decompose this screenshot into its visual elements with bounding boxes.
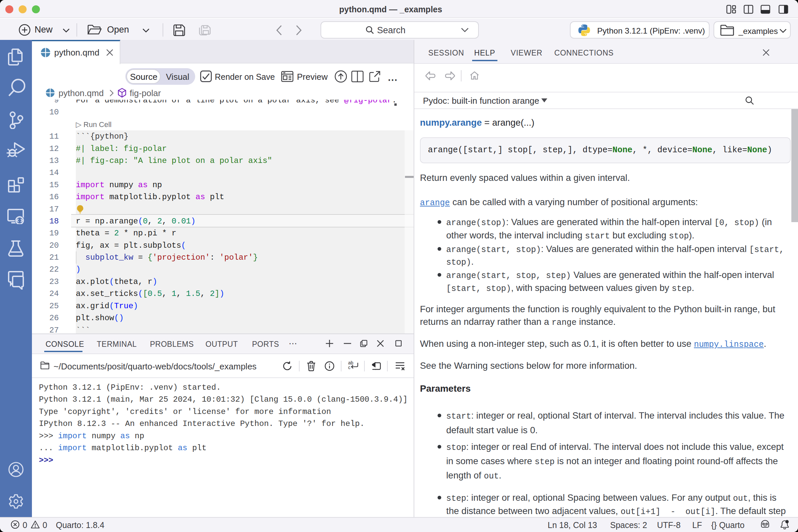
svg-text:c: c <box>348 365 350 370</box>
